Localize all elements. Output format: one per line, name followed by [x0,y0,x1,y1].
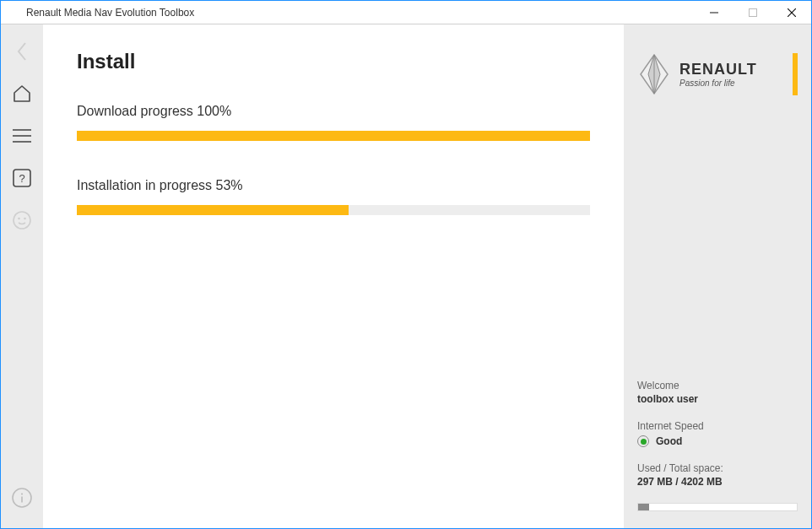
space-usage-fill [638,504,649,510]
close-button[interactable] [772,1,811,24]
status-dot-icon [637,435,649,447]
welcome-block: Welcome toolbox user [637,380,798,405]
svg-point-12 [24,218,26,220]
titlebar: Renault Media Nav Evolution Toolbox [1,1,811,24]
help-icon[interactable]: ? [8,165,35,192]
install-progress-label: Installation in progress 53% [77,178,590,193]
page-title: Install [77,50,590,73]
brand-name: RENAULT [679,61,786,78]
right-panel: RENAULT Passion for life Welcome toolbox… [624,24,811,528]
space-label: Used / Total space: [637,462,798,474]
brand-logo: RENAULT Passion for life [637,53,798,95]
app-icon [4,3,23,22]
home-icon[interactable] [8,80,35,107]
speed-value: Good [656,435,682,447]
space-block: Used / Total space: 297 MB / 4202 MB [637,462,798,488]
space-value: 297 MB / 4202 MB [637,476,798,488]
username: toolbox user [637,393,798,405]
svg-rect-0 [8,7,19,19]
speed-block: Internet Speed Good [637,420,798,447]
svg-text:?: ? [19,172,24,185]
space-usage-bar [637,503,798,511]
sidebar: ? [1,24,43,528]
install-progress-fill [77,205,349,215]
svg-rect-2 [750,8,757,16]
svg-point-14 [21,493,23,494]
download-progress-fill [77,131,590,141]
renault-diamond-icon [637,53,671,95]
maximize-button [734,1,772,24]
speed-label: Internet Speed [637,420,798,432]
info-icon[interactable] [8,484,35,511]
download-progress-label: Download progress 100% [77,104,590,119]
brand-tagline: Passion for life [679,78,786,88]
brand-accent-bar [793,53,798,95]
menu-icon[interactable] [8,122,35,149]
back-icon[interactable] [8,38,35,65]
window-title: Renault Media Nav Evolution Toolbox [23,7,695,19]
main-content: Install Download progress 100% Installat… [43,24,624,528]
minimize-button[interactable] [695,1,734,24]
svg-point-11 [18,218,20,220]
install-progress-bar [77,205,590,215]
welcome-label: Welcome [637,380,798,391]
download-progress-bar [77,131,590,141]
svg-point-10 [14,212,30,229]
face-icon[interactable] [8,207,35,234]
